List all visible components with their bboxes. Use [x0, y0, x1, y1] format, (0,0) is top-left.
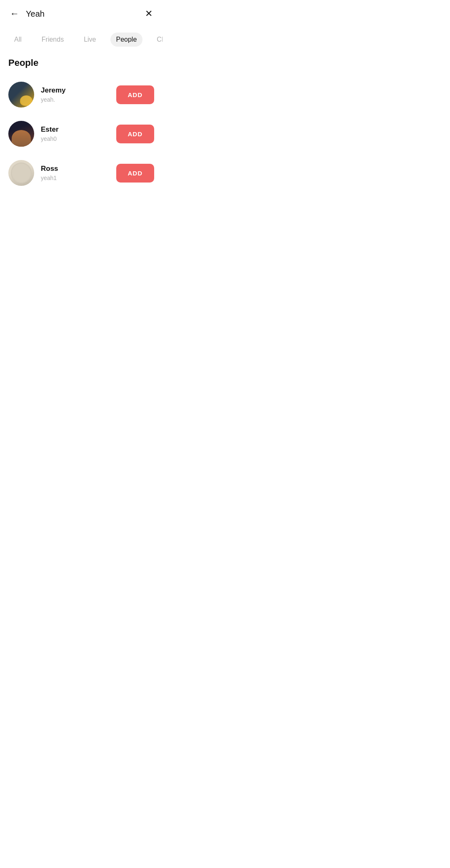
- search-input-container: [26, 9, 138, 19]
- add-button[interactable]: ADD: [116, 85, 155, 104]
- person-handle: yeah1: [41, 175, 110, 181]
- person-name: Jeremy: [41, 86, 110, 95]
- person-info: Ross yeah1: [41, 165, 110, 181]
- tab-all[interactable]: All: [8, 33, 28, 47]
- back-button[interactable]: ←: [8, 7, 21, 21]
- person-info: Jeremy yeah.: [41, 86, 110, 103]
- list-item: Ross yeah1 ADD: [8, 153, 154, 193]
- avatar: [8, 121, 34, 147]
- tabs-bar: All Friends Live People Chat: [0, 28, 162, 53]
- close-icon: ✕: [145, 8, 152, 19]
- people-list: Jeremy yeah. ADD Ester yeah0 ADD Ross ye…: [0, 75, 162, 193]
- back-icon: ←: [10, 8, 19, 19]
- section-title: People: [0, 53, 162, 75]
- person-info: Ester yeah0: [41, 125, 110, 142]
- person-name: Ross: [41, 165, 110, 173]
- clear-button[interactable]: ✕: [143, 7, 154, 21]
- tab-people[interactable]: People: [110, 33, 143, 47]
- list-item: Ester yeah0 ADD: [8, 114, 154, 153]
- avatar: [8, 160, 34, 186]
- tab-live[interactable]: Live: [78, 33, 102, 47]
- add-button[interactable]: ADD: [116, 164, 155, 183]
- list-item: Jeremy yeah. ADD: [8, 75, 154, 114]
- person-name: Ester: [41, 125, 110, 134]
- avatar: [8, 82, 34, 108]
- person-handle: yeah.: [41, 96, 110, 103]
- header: ← ✕: [0, 0, 162, 28]
- person-handle: yeah0: [41, 135, 110, 142]
- search-input[interactable]: [26, 9, 138, 19]
- tab-friends[interactable]: Friends: [36, 33, 70, 47]
- add-button[interactable]: ADD: [116, 125, 155, 143]
- tab-chat[interactable]: Chat: [151, 33, 162, 47]
